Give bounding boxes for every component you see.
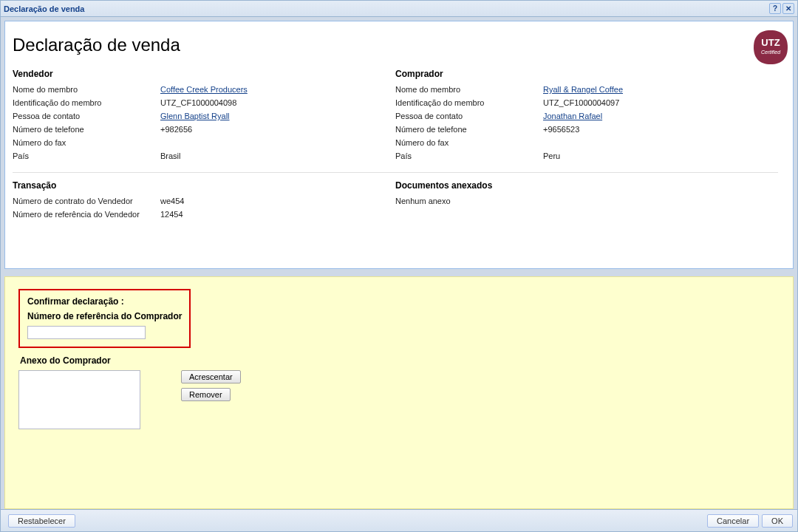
dialog-window: Declaração de venda ? ✕ UTZ Certified De… (0, 0, 798, 532)
seller-ref: 12454 (160, 210, 395, 219)
buyer-fax-label: Número do fax (395, 138, 543, 147)
page-title: Declaração de venda (13, 35, 778, 55)
buyer-member-name-link[interactable]: Ryall & Rangel Coffee (543, 85, 778, 94)
attachments-column: Documentos anexados Nenhum anexo (395, 180, 778, 223)
buyer-member-name-label: Nome do membro (395, 85, 543, 94)
transaction-heading: Transação (13, 180, 395, 191)
vendor-member-name-label: Nome do membro (13, 85, 160, 94)
seller-ref-label: Número de referência do Vendedor (13, 210, 160, 219)
svg-text:UTZ: UTZ (761, 37, 780, 48)
attachments-none: Nenhum anexo (395, 197, 778, 205)
buyer-ref-label: Número de referência do Comprador (27, 311, 182, 321)
confirm-highlight: Confirmar declaração : Número de referên… (18, 289, 191, 348)
help-icon[interactable]: ? (769, 3, 781, 14)
buyer-attach-row: Acrescentar Remover (18, 370, 780, 429)
dialog-footer: Restabelecer Cancelar OK (1, 509, 797, 531)
buyer-heading: Comprador (395, 69, 778, 79)
remove-attachment-button[interactable]: Remover (181, 388, 231, 401)
buyer-phone: +9656523 (543, 125, 778, 134)
vendor-fax-label: Número do fax (13, 138, 160, 147)
buyer-attach-listbox[interactable] (18, 370, 140, 429)
vendor-member-name-link[interactable]: Coffee Creek Producers (160, 85, 395, 94)
buyer-column: Comprador Nome do membroRyall & Rangel C… (395, 69, 778, 165)
vendor-contact-label: Pessoa de contato (13, 112, 160, 120)
transaction-column: Transação Número de contrato do Vendedor… (13, 180, 395, 223)
seller-contract-label: Número de contrato do Vendedor (13, 197, 160, 205)
buyer-country-label: País (395, 151, 543, 160)
body-area: UTZ Certified Declaração de venda Vended… (1, 17, 797, 509)
details-scroll-panel[interactable]: UTZ Certified Declaração de venda Vended… (4, 21, 794, 269)
buyer-ref-input[interactable] (27, 326, 146, 339)
vendor-member-id: UTZ_CF1000004098 (160, 98, 395, 107)
ok-button[interactable]: OK (762, 514, 793, 528)
vendor-country-label: País (13, 151, 160, 160)
window-title: Declaração de venda (4, 4, 768, 13)
vendor-column: Vendedor Nome do membroCoffee Creek Prod… (13, 69, 395, 165)
vendor-member-id-label: Identificação do membro (13, 98, 160, 107)
buyer-fax (543, 138, 778, 147)
close-icon[interactable]: ✕ (782, 3, 794, 14)
vendor-heading: Vendedor (13, 69, 395, 79)
confirm-panel: Confirmar declaração : Número de referên… (4, 276, 794, 509)
vendor-country: Brasil (160, 151, 395, 160)
buyer-phone-label: Número de telefone (395, 125, 543, 134)
attachments-heading: Documentos anexados (395, 180, 778, 191)
buyer-attach-label: Anexo do Comprador (20, 355, 780, 366)
titlebar: Declaração de venda ? ✕ (1, 1, 797, 17)
vendor-fax (160, 138, 395, 147)
reset-button[interactable]: Restabelecer (8, 514, 75, 528)
svg-text:Certified: Certified (761, 50, 781, 55)
buyer-country: Peru (543, 151, 778, 160)
vendor-phone: +982656 (160, 125, 395, 134)
party-columns: Vendedor Nome do membroCoffee Creek Prod… (13, 69, 778, 165)
buyer-member-id-label: Identificação do membro (395, 98, 543, 107)
lower-columns: Transação Número de contrato do Vendedor… (13, 180, 778, 223)
buyer-contact-label: Pessoa de contato (395, 112, 543, 120)
cancel-button[interactable]: Cancelar (707, 514, 759, 528)
vendor-phone-label: Número de telefone (13, 125, 160, 134)
divider (13, 172, 778, 173)
utz-certified-logo-icon: UTZ Certified (752, 29, 789, 66)
confirm-title: Confirmar declaração : (27, 296, 182, 307)
buyer-member-id: UTZ_CF1000004097 (543, 98, 778, 107)
details-content: UTZ Certified Declaração de venda Vended… (5, 21, 793, 231)
attach-buttons: Acrescentar Remover (181, 370, 241, 406)
seller-contract: we454 (160, 197, 395, 205)
buyer-contact-link[interactable]: Jonathan Rafael (543, 112, 778, 120)
add-attachment-button[interactable]: Acrescentar (181, 370, 241, 383)
vendor-contact-link[interactable]: Glenn Baptist Ryall (160, 112, 395, 120)
